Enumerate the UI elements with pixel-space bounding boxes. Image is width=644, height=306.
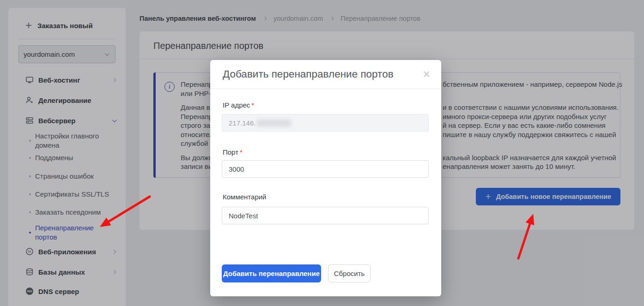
redacted-value (257, 120, 291, 126)
modal-title: Добавить перенаправление портов (223, 68, 394, 80)
comment-label: Комментарий (223, 193, 266, 201)
reset-button[interactable]: Сбросить (328, 264, 371, 282)
ip-address-field: 217.146. (222, 114, 429, 132)
add-forwarding-submit-button[interactable]: Добавить перенаправление (222, 264, 321, 282)
ip-address-value: 217.146. (229, 119, 255, 127)
modal-header: Добавить перенаправление портов × (210, 60, 441, 89)
required-asterisk: * (240, 148, 243, 156)
ip-address-label: IP адрес* (223, 101, 254, 109)
port-label: Порт* (223, 148, 243, 156)
required-asterisk: * (251, 101, 254, 109)
add-port-forwarding-modal: Добавить перенаправление портов × IP адр… (210, 60, 441, 296)
comment-field[interactable] (222, 207, 429, 224)
close-icon[interactable]: × (423, 68, 430, 81)
port-field[interactable] (222, 160, 429, 178)
